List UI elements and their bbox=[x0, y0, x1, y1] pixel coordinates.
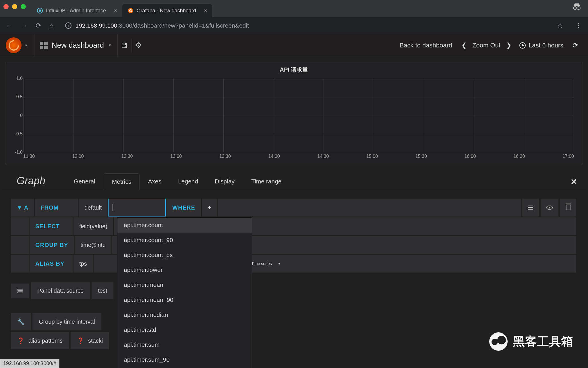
url-input[interactable]: i 192.168.99.100:3000/dashboard/new?pane… bbox=[60, 19, 569, 32]
aliasby-keyword: ALIAS BY bbox=[30, 255, 73, 273]
editor-tab-strip: Graph General Metrics Axes Legend Displa… bbox=[2, 173, 586, 190]
query-menu-button[interactable] bbox=[522, 199, 539, 216]
group-by-interval-label[interactable]: Group by time interval bbox=[32, 313, 101, 330]
panel-title: API 请求量 bbox=[5, 62, 583, 75]
save-button[interactable] bbox=[118, 39, 131, 52]
tab-label: InfluxDB - Admin Interface bbox=[46, 8, 106, 14]
mac-fullscreen-button[interactable] bbox=[21, 4, 26, 9]
stacking-help[interactable]: ❓stacki bbox=[71, 332, 109, 349]
reload-button[interactable]: ⟳ bbox=[34, 20, 43, 31]
settings-button[interactable]: ⚙ bbox=[131, 39, 145, 52]
tab-general[interactable]: General bbox=[65, 173, 104, 190]
groupby-keyword: GROUP BY bbox=[30, 236, 74, 254]
y-tick: 0 bbox=[20, 113, 23, 118]
dropdown-item[interactable]: api.timer.count_90 bbox=[117, 233, 252, 248]
dropdown-item[interactable]: api.timer.median bbox=[117, 307, 252, 322]
svg-point-2 bbox=[128, 8, 133, 13]
graph-panel: API 请求量 1.0 0.5 0 -0.5 -1.0 11:30 bbox=[5, 62, 583, 164]
tab-display[interactable]: Display bbox=[206, 173, 243, 190]
x-tick: 11:30 bbox=[23, 154, 35, 161]
select-field[interactable]: field(value) bbox=[74, 217, 113, 235]
chevron-down-icon: ▼ bbox=[278, 262, 281, 266]
y-tick: 1.0 bbox=[16, 76, 23, 81]
tab-metrics[interactable]: Metrics bbox=[104, 173, 140, 190]
format-value: Time series bbox=[251, 261, 272, 266]
bookmark-star-icon[interactable]: ☆ bbox=[557, 22, 563, 30]
query-row-spacer bbox=[218, 199, 521, 216]
panel-datasource-select[interactable]: test bbox=[92, 282, 113, 299]
grafana-logo-icon[interactable] bbox=[6, 37, 22, 53]
svg-point-4 bbox=[573, 7, 577, 9]
dropdown-item[interactable]: api.timer.lower bbox=[117, 262, 252, 277]
tab-time-range[interactable]: Time range bbox=[243, 173, 290, 190]
x-tick: 15:00 bbox=[366, 154, 378, 161]
close-icon[interactable]: × bbox=[204, 8, 207, 14]
watermark-text: 黑客工具箱 bbox=[513, 334, 573, 350]
x-axis: 11:30 12:00 12:30 13:00 13:30 14:00 14:3… bbox=[23, 154, 574, 161]
dropdown-item[interactable]: api.timer.sum bbox=[117, 337, 252, 352]
where-keyword: WHERE bbox=[167, 199, 201, 216]
close-editor-button[interactable]: ✕ bbox=[570, 177, 577, 187]
close-icon[interactable]: × bbox=[114, 8, 117, 14]
x-tick: 14:30 bbox=[317, 154, 329, 161]
zoom-out-link[interactable]: Zoom Out bbox=[469, 34, 503, 57]
from-retention-policy[interactable]: default bbox=[79, 199, 107, 216]
options-wrench-box: 🔧 bbox=[11, 313, 31, 330]
tab-legend[interactable]: Legend bbox=[170, 173, 206, 190]
dropdown-item[interactable]: api.timer.std bbox=[117, 322, 252, 337]
query-indent bbox=[11, 217, 29, 235]
refresh-button[interactable]: ⟳ bbox=[568, 41, 582, 49]
browser-menu-icon[interactable]: ⋮ bbox=[573, 22, 584, 29]
dropdown-item[interactable]: api.timer.sum_90 bbox=[117, 352, 252, 367]
dropdown-item[interactable]: api.timer.count bbox=[117, 218, 252, 233]
add-where-clause-button[interactable]: + bbox=[202, 199, 217, 216]
forward-button: → bbox=[19, 20, 29, 31]
save-icon bbox=[121, 42, 128, 49]
back-to-dashboard-link[interactable]: Back to dashboard bbox=[393, 34, 459, 57]
chevron-down-icon[interactable]: ▼ bbox=[24, 43, 28, 47]
time-range-label: Last 6 hours bbox=[529, 42, 563, 49]
dashboard-picker[interactable]: New dashboard ▼ bbox=[34, 34, 118, 57]
time-range-picker[interactable]: Last 6 hours bbox=[514, 42, 568, 49]
chart-plot-area[interactable]: 1.0 0.5 0 -0.5 -1.0 11:30 12:00 12:30 bbox=[23, 79, 574, 152]
mac-minimize-button[interactable] bbox=[12, 4, 17, 9]
watermark: 黑客工具箱 bbox=[489, 332, 573, 351]
toggle-query-visibility-button[interactable] bbox=[541, 199, 558, 216]
tab-axes[interactable]: Axes bbox=[140, 173, 170, 190]
panel-datasource-label: Panel data source bbox=[31, 282, 90, 299]
chevron-left-icon[interactable]: ❮ bbox=[459, 42, 469, 49]
back-button[interactable]: ← bbox=[4, 20, 14, 31]
url-path: :3000/dashboard/new?panelId=1&fullscreen… bbox=[117, 22, 249, 29]
query-letter-toggle[interactable]: ▼A bbox=[11, 199, 34, 216]
panel-editor: Graph General Metrics Axes Legend Displa… bbox=[2, 173, 586, 349]
y-tick: -0.5 bbox=[15, 131, 23, 137]
database-icon bbox=[17, 289, 23, 293]
x-tick: 14:00 bbox=[268, 154, 280, 161]
url-host: 192.168.99.100 bbox=[76, 22, 117, 29]
home-button[interactable]: ⌂ bbox=[48, 20, 55, 31]
groupby-value[interactable]: time($inte bbox=[75, 236, 111, 254]
tab-influxdb[interactable]: InfluxDB - Admin Interface × bbox=[32, 4, 122, 17]
query-row-from: ▼A FROM default WHERE + api.timer.count … bbox=[11, 199, 577, 216]
datasource-value: test bbox=[98, 288, 107, 294]
query-row-spacer bbox=[288, 255, 576, 273]
dropdown-item[interactable]: api.timer.mean bbox=[117, 277, 252, 292]
alias-value[interactable]: tps bbox=[74, 255, 93, 273]
dashboard-title: New dashboard bbox=[52, 41, 104, 50]
help-icon: ❓ bbox=[17, 337, 24, 344]
delete-query-button[interactable] bbox=[560, 199, 576, 216]
query-row-groupby: GROUP BY time($inte bbox=[11, 236, 577, 254]
hamburger-icon bbox=[528, 206, 533, 210]
alias-patterns-help[interactable]: ❓alias patterns bbox=[11, 332, 69, 349]
chevron-right-icon[interactable]: ❯ bbox=[503, 42, 514, 49]
measurement-input[interactable] bbox=[108, 199, 166, 216]
query-indent bbox=[11, 255, 29, 273]
dropdown-item[interactable]: api.timer.mean_90 bbox=[117, 292, 252, 307]
dropdown-item[interactable]: api.timer.count_ps bbox=[117, 248, 252, 262]
site-info-icon[interactable]: i bbox=[65, 22, 71, 29]
query-row-aliasby: ALIAS BY tps at as Time series ▼ bbox=[11, 255, 577, 273]
mac-window-controls bbox=[3, 4, 26, 9]
mac-close-button[interactable] bbox=[3, 4, 9, 9]
svg-point-1 bbox=[39, 9, 41, 12]
tab-grafana[interactable]: Grafana - New dashboard × bbox=[122, 4, 212, 17]
